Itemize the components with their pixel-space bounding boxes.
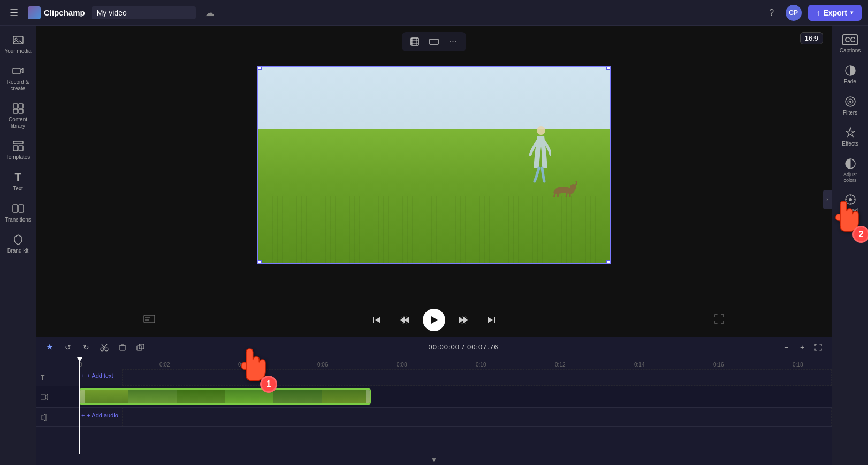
timeline-area: ↺ ↻ bbox=[36, 337, 832, 465]
speed-label: Speed bbox=[842, 208, 858, 214]
svg-rect-17 bbox=[430, 39, 438, 44]
ruler-mark-1: 0:02 bbox=[159, 362, 170, 368]
text-track-icon: T bbox=[41, 374, 44, 382]
corner-handle-br[interactable] bbox=[606, 260, 611, 264]
zoom-in-button[interactable]: + bbox=[795, 340, 809, 354]
logo-icon bbox=[28, 6, 41, 19]
svg-rect-33 bbox=[494, 317, 495, 323]
right-sidebar-item-fade[interactable]: Fade bbox=[834, 60, 866, 89]
resize-button[interactable] bbox=[425, 34, 443, 49]
text-track-empty bbox=[122, 369, 832, 386]
clip-right-handle[interactable] bbox=[366, 390, 370, 403]
clip-frame bbox=[128, 390, 177, 403]
audio-track-content: + + Add audio bbox=[79, 408, 832, 426]
sidebar-item-record[interactable]: Record &create bbox=[2, 61, 34, 96]
video-preview[interactable]: ↺ bbox=[257, 66, 611, 264]
add-audio-button[interactable]: + + Add audio bbox=[81, 412, 118, 418]
fast-forward-button[interactable] bbox=[454, 310, 473, 330]
audio-track-empty bbox=[122, 408, 832, 426]
svg-rect-8 bbox=[13, 146, 18, 151]
svg-marker-25 bbox=[400, 317, 405, 323]
crop-button[interactable] bbox=[406, 34, 423, 49]
scene-figure bbox=[529, 125, 551, 184]
add-text-button[interactable]: + + Add text bbox=[81, 372, 113, 379]
smart-cut-button[interactable] bbox=[43, 340, 57, 354]
text-track-label: T bbox=[36, 374, 79, 382]
rewind-button[interactable] bbox=[395, 310, 414, 330]
user-avatar[interactable]: CP bbox=[786, 5, 802, 21]
skip-to-end-button[interactable] bbox=[482, 310, 501, 330]
svg-point-34 bbox=[101, 348, 104, 351]
clip-left-handle[interactable] bbox=[80, 390, 85, 403]
sidebar-item-label: Contentlibrary bbox=[9, 117, 27, 129]
sidebar-item-label: Text bbox=[13, 186, 22, 192]
video-track-label bbox=[36, 393, 79, 401]
sidebar-item-label: Brand kit bbox=[7, 248, 28, 254]
sidebar-item-brand-kit[interactable]: Brand kit bbox=[2, 230, 34, 258]
sidebar-item-transitions[interactable]: Transitions bbox=[2, 199, 34, 227]
right-sidebar-item-speed[interactable]: Speed bbox=[834, 189, 866, 218]
right-sidebar-collapse-button[interactable]: › bbox=[823, 190, 832, 209]
cloud-sync-icon: ☁ bbox=[202, 5, 217, 20]
svg-rect-43 bbox=[41, 394, 45, 400]
delete-button[interactable] bbox=[116, 340, 130, 354]
timeline-content: 0 0:02 0:04 0:06 0:08 0:10 0:12 0:14 0:1… bbox=[36, 357, 832, 454]
corner-handle-bl[interactable] bbox=[257, 260, 262, 264]
text-icon: T bbox=[14, 171, 21, 184]
sidebar-item-your-media[interactable]: Your media bbox=[2, 30, 34, 59]
fit-to-view-button[interactable] bbox=[811, 340, 825, 354]
right-sidebar-item-captions[interactable]: CC Captions bbox=[834, 30, 866, 58]
corner-handle-tl[interactable] bbox=[257, 66, 262, 70]
ruler-mark-8: 0:16 bbox=[713, 362, 724, 368]
undo-button[interactable]: ↺ bbox=[61, 340, 75, 354]
play-button[interactable] bbox=[423, 309, 445, 331]
svg-rect-24 bbox=[373, 317, 374, 323]
duplicate-button[interactable] bbox=[134, 340, 148, 354]
svg-rect-3 bbox=[13, 104, 18, 108]
skip-to-start-button[interactable] bbox=[367, 310, 386, 330]
timeline-ruler: 0 0:02 0:04 0:06 0:08 0:10 0:12 0:14 0:1… bbox=[36, 357, 832, 369]
cut-button[interactable] bbox=[97, 340, 111, 354]
right-sidebar-item-filters[interactable]: Filters bbox=[834, 92, 866, 120]
svg-rect-2 bbox=[13, 68, 20, 74]
sidebar-item-content-library[interactable]: Contentlibrary bbox=[2, 98, 34, 134]
more-options-button[interactable]: ··· bbox=[445, 34, 462, 49]
video-title-input[interactable] bbox=[92, 6, 196, 19]
topbar: ☰ Clipchamp ☁ ? CP ↑ Export ▾ bbox=[0, 0, 868, 26]
content-library-icon bbox=[12, 103, 24, 115]
zoom-out-button[interactable]: − bbox=[779, 340, 793, 354]
add-audio-plus: + bbox=[81, 412, 85, 418]
fullscreen-button[interactable] bbox=[714, 314, 725, 326]
sidebar-item-label: Transitions bbox=[5, 217, 31, 223]
svg-rect-10 bbox=[13, 205, 18, 212]
add-text-label: + Add text bbox=[87, 372, 113, 379]
sidebar-item-templates[interactable]: Templates bbox=[2, 136, 34, 165]
svg-marker-28 bbox=[431, 316, 438, 324]
right-sidebar-item-adjust-colors[interactable]: Adjustcolors bbox=[834, 154, 866, 188]
timeline-time-display: 00:00:00 / 00:07.76 bbox=[152, 343, 775, 351]
filters-label: Filters bbox=[843, 110, 857, 116]
speed-icon bbox=[844, 194, 856, 205]
right-sidebar-item-effects[interactable]: Effects bbox=[834, 123, 866, 151]
help-button[interactable]: ? bbox=[764, 5, 779, 20]
video-clip[interactable] bbox=[79, 388, 371, 405]
hamburger-button[interactable]: ☰ bbox=[6, 5, 21, 20]
clip-frame bbox=[177, 390, 225, 403]
export-label: Export bbox=[824, 9, 847, 17]
clip-frame bbox=[80, 390, 128, 403]
preview-toolbar: ··· bbox=[402, 32, 466, 51]
captions-label: Captions bbox=[840, 48, 861, 54]
adjust-colors-label: Adjustcolors bbox=[843, 172, 857, 184]
subtitle-button[interactable] bbox=[143, 315, 155, 325]
ruler-mark-2: 0:04 bbox=[238, 362, 248, 368]
brand-kit-icon bbox=[12, 234, 24, 246]
sidebar-item-label: Your media bbox=[4, 48, 31, 55]
export-button[interactable]: ↑ Export ▾ bbox=[808, 5, 862, 21]
redo-button[interactable]: ↻ bbox=[79, 340, 93, 354]
timeline-collapse-button[interactable]: ▼ bbox=[36, 454, 832, 465]
corner-handle-tr[interactable] bbox=[606, 66, 611, 70]
sidebar-item-label: Record &create bbox=[7, 79, 29, 92]
sidebar-item-text[interactable]: T Text bbox=[2, 167, 34, 196]
playhead-ruler bbox=[79, 357, 80, 369]
video-track-icon bbox=[41, 393, 48, 401]
